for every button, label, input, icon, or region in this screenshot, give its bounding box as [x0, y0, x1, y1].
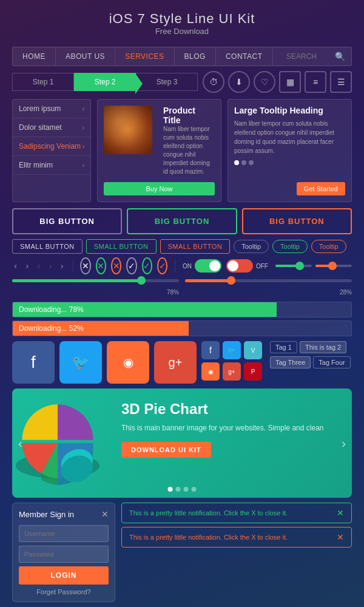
x-icon-green[interactable]: ✕ — [96, 257, 106, 274]
pinterest-small-icon[interactable]: P — [244, 362, 262, 381]
menu-icon[interactable]: ☰ — [330, 71, 352, 93]
list-item-elitr[interactable]: Elitr minim › — [13, 156, 90, 175]
social-small-row-1: f 🐦 V — [201, 341, 262, 359]
notifications-column: This is a pretty little notification. Cl… — [121, 503, 352, 551]
twitter-big-icon[interactable]: 🐦 — [59, 341, 102, 384]
username-input[interactable] — [19, 525, 109, 542]
slider-wide-green[interactable] — [12, 279, 179, 282]
signin-close-button[interactable]: ✕ — [101, 509, 109, 519]
banner-dot-3[interactable] — [184, 487, 189, 492]
slider-wide-orange[interactable] — [185, 279, 352, 282]
check-icon-white[interactable]: ✓ — [126, 257, 136, 274]
grid-icon[interactable]: ▦ — [279, 71, 301, 93]
toggle-on[interactable] — [195, 259, 221, 273]
big-button-1[interactable]: BIG BUTTON — [12, 208, 122, 234]
tooltip-pill-1[interactable]: Tooltip — [234, 240, 269, 253]
tooltip-dot-3 — [249, 160, 254, 165]
signin-title: Member Sign in — [19, 510, 74, 519]
slider-percent-2: 28% — [340, 289, 352, 296]
tag-4[interactable]: Tag Four — [313, 356, 350, 368]
chevron-left-icon-2[interactable]: ‹ — [35, 260, 42, 272]
header-subtitle: Free Download — [0, 27, 364, 36]
nav-about[interactable]: ABOUT US — [56, 47, 115, 66]
rss-small-icon[interactable]: ◉ — [201, 362, 220, 381]
notification-1: This is a pretty little notification. Cl… — [121, 503, 352, 523]
notification-close-2[interactable]: ✕ — [337, 532, 344, 542]
list-item-sadipscing[interactable]: Sadipscing Veniam › — [13, 137, 90, 156]
search-input[interactable] — [286, 52, 335, 61]
slider-green[interactable] — [275, 265, 312, 267]
chevron-right-icon: › — [83, 162, 84, 169]
nav-services[interactable]: SERVICES — [115, 47, 174, 66]
slider-orange[interactable] — [315, 265, 352, 267]
step-2[interactable]: Step 2 — [74, 73, 136, 91]
nav-home[interactable]: HOME — [13, 47, 56, 66]
facebook-small-icon[interactable]: f — [201, 341, 220, 359]
content-row: Lorem ipsum › Dolor sitamet › Sadipscing… — [12, 99, 352, 202]
twitter-small-icon[interactable]: 🐦 — [223, 341, 241, 359]
get-started-button[interactable]: Get Started — [297, 182, 345, 195]
small-buttons-row: SMALL BUTTON SMALL BUTTON SMALL BUTTON T… — [12, 239, 352, 254]
chevron-right-icon-2[interactable]: › — [24, 260, 30, 272]
banner-dot-2[interactable] — [176, 487, 181, 492]
tooltip-panel: Large Tooltip Heading Nam liber tempor c… — [228, 99, 352, 202]
list-item-lorem[interactable]: Lorem ipsum › — [13, 100, 90, 118]
bottom-row: Member Sign in ✕ LOGIN Forget Password? … — [12, 503, 352, 602]
notification-text-2: This is a pretty little notification. Cl… — [129, 534, 331, 541]
nav-contact[interactable]: CONTACT — [216, 47, 273, 66]
download-label-1: Downloading... 78% — [13, 305, 90, 314]
banner-prev-icon[interactable]: ‹ — [18, 436, 22, 450]
header-title: iOS 7 Style Line UI Kit — [0, 11, 364, 27]
product-panel: Product Title Nam liber tempor cum solut… — [97, 99, 221, 202]
chevron-left-icon[interactable]: ‹ — [12, 260, 19, 272]
tag-2[interactable]: This is tag 2 — [300, 341, 346, 353]
small-button-2[interactable]: SMALL BUTTON — [86, 239, 157, 254]
googleplus-small-icon[interactable]: g+ — [223, 362, 241, 381]
notification-close-1[interactable]: ✕ — [337, 508, 344, 518]
toggle-off[interactable] — [226, 259, 253, 273]
vimeo-small-icon[interactable]: V — [244, 341, 262, 359]
nav-blog[interactable]: BLOG — [175, 47, 216, 66]
password-input[interactable] — [19, 546, 109, 563]
tooltip-pill-3[interactable]: Tooltip — [311, 240, 346, 253]
list-item-dolor[interactable]: Dolor sitamet › — [13, 118, 90, 137]
big-button-3[interactable]: BIG BUTTON — [242, 208, 352, 234]
steps-group: Step 1 Step 2 Step 3 — [12, 73, 198, 91]
download-icon[interactable]: ⬇ — [228, 71, 250, 93]
step-3[interactable]: Step 3 — [136, 73, 198, 91]
tooltip-dots — [234, 160, 345, 165]
buy-now-button[interactable]: Buy Now — [104, 182, 215, 195]
list-icon[interactable]: ≡ — [305, 71, 326, 93]
banner-dots — [168, 487, 197, 492]
banner: ‹ 3D Pie Chart This is main banner image… — [12, 388, 352, 498]
download-ui-kit-button[interactable]: DOWNLOAD UI KIT — [121, 442, 211, 458]
banner-next-icon[interactable]: › — [342, 436, 346, 450]
forget-password-link[interactable]: Forget Password? — [19, 588, 109, 595]
chevron-right-icon-4[interactable]: › — [59, 260, 66, 272]
tooltip-text: Nam liber tempor cum soluta nobis eleife… — [234, 119, 345, 155]
small-button-3[interactable]: SMALL BUTTON — [160, 239, 231, 254]
googleplus-big-icon[interactable]: g+ — [154, 341, 197, 384]
step-1[interactable]: Step 1 — [12, 73, 74, 91]
clock-icon[interactable]: ⏱ — [203, 71, 224, 93]
notification-text-1: This is a pretty little notification. Cl… — [129, 509, 331, 517]
small-button-1[interactable]: SMALL BUTTON — [12, 239, 83, 254]
download-label-2: Downloading... 52% — [13, 324, 90, 333]
x-icon-orange[interactable]: ✕ — [111, 257, 121, 274]
rss-big-icon[interactable]: ◉ — [107, 341, 149, 384]
check-icon-orange[interactable]: ✓ — [157, 257, 167, 274]
tag-3[interactable]: Tag Three — [270, 356, 311, 368]
login-button[interactable]: LOGIN — [19, 566, 109, 585]
big-button-2[interactable]: BIG BUTTON — [127, 208, 237, 234]
tooltip-heading: Large Tooltip Heading — [234, 106, 345, 115]
chevron-right-icon-3[interactable]: › — [47, 260, 53, 272]
banner-dot-1[interactable] — [168, 487, 173, 492]
tooltip-pill-2[interactable]: Tooltip — [272, 240, 308, 253]
x-icon-white[interactable]: ✕ — [80, 257, 90, 274]
heart-icon[interactable]: ♡ — [254, 71, 275, 93]
list-panel: Lorem ipsum › Dolor sitamet › Sadipscing… — [12, 99, 91, 202]
tag-1[interactable]: Tag 1 — [270, 341, 297, 353]
banner-dot-4[interactable] — [192, 487, 197, 492]
check-icon-green[interactable]: ✓ — [142, 257, 152, 274]
facebook-big-icon[interactable]: f — [12, 341, 55, 384]
